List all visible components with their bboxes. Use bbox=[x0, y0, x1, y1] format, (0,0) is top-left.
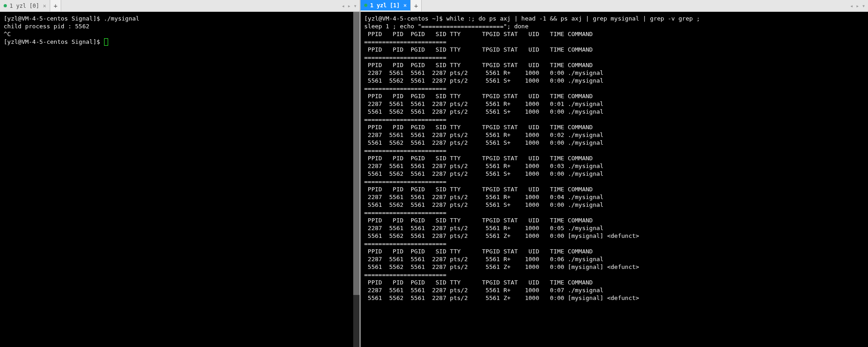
close-icon[interactable]: × bbox=[43, 3, 46, 9]
tab-left-0[interactable]: 1 yzl [0] × bbox=[0, 0, 50, 11]
tabbar-nav-left: ◂ ▸ ▾ bbox=[339, 0, 360, 11]
scrollbar-left[interactable] bbox=[353, 12, 360, 347]
status-dot-icon bbox=[4, 4, 7, 7]
close-icon[interactable]: × bbox=[403, 2, 407, 9]
new-tab-button[interactable]: + bbox=[411, 0, 422, 11]
tabnav-menu-icon[interactable]: ▾ bbox=[862, 3, 865, 9]
terminal-right[interactable]: [yzl@VM-4-5-centos ~]$ while :; do ps ax… bbox=[361, 12, 862, 347]
tabnav-next-icon[interactable]: ▸ bbox=[856, 3, 859, 9]
pane-left: 1 yzl [0] × + ◂ ▸ ▾ [yzl@VM-4-5-centos S… bbox=[0, 0, 361, 347]
tabnav-prev-icon[interactable]: ◂ bbox=[850, 3, 853, 9]
tabnav-menu-icon[interactable]: ▾ bbox=[354, 3, 357, 9]
terminal-left[interactable]: [yzl@VM-4-5-centos Signal]$ ./mysignal c… bbox=[0, 12, 353, 347]
tab-label: 1 yzl [0] bbox=[10, 3, 39, 9]
tabbar-spacer bbox=[422, 0, 847, 11]
cursor bbox=[105, 39, 108, 45]
tabbar-left: 1 yzl [0] × + ◂ ▸ ▾ bbox=[0, 0, 360, 12]
terminal-wrap-left: [yzl@VM-4-5-centos Signal]$ ./mysignal c… bbox=[0, 12, 360, 347]
terminal-wrap-right: [yzl@VM-4-5-centos ~]$ while :; do ps ax… bbox=[361, 12, 868, 347]
new-tab-button[interactable]: + bbox=[50, 0, 61, 11]
scrollbar-thumb[interactable] bbox=[353, 12, 360, 295]
status-dot-icon bbox=[364, 4, 367, 7]
tabnav-prev-icon[interactable]: ◂ bbox=[341, 3, 345, 9]
tabnav-next-icon[interactable]: ▸ bbox=[348, 3, 351, 9]
tabbar-nav-right: ◂ ▸ ▾ bbox=[847, 0, 868, 11]
tab-right-0[interactable]: 1 yzl [1] × bbox=[361, 0, 411, 11]
tab-label: 1 yzl [1] bbox=[370, 2, 400, 9]
pane-right: 1 yzl [1] × + ◂ ▸ ▾ [yzl@VM-4-5-centos ~… bbox=[361, 0, 868, 347]
tabbar-right: 1 yzl [1] × + ◂ ▸ ▾ bbox=[361, 0, 868, 12]
tabbar-spacer bbox=[61, 0, 339, 11]
scrollbar-right[interactable] bbox=[862, 12, 868, 347]
